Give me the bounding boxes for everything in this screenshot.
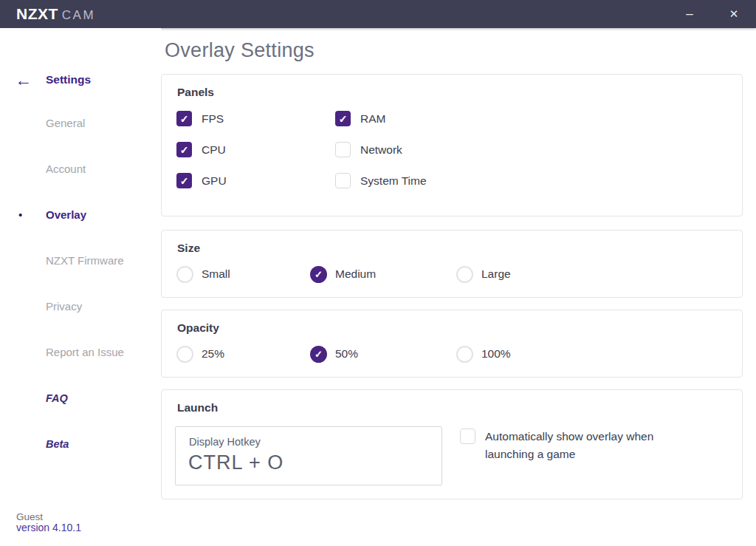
launch-heading: Launch [177,401,218,414]
active-bullet-icon: • [18,206,22,224]
minimize-icon: – [686,7,693,21]
radio-size-large[interactable]: ✓ Large [456,265,511,283]
sidebar-nav: • General • Account • Overlay • NZXT Fir… [0,115,161,481]
radio-opacity-100[interactable]: ✓ 100% [456,345,511,363]
sidebar-item-nzxt-firmware[interactable]: • NZXT Firmware [0,252,161,270]
radio-opacity-50[interactable]: ✓ 50% [310,345,358,363]
checkbox-ram[interactable]: ✓ RAM [335,111,494,126]
sidebar-item-label: Report an Issue [46,344,124,361]
radio-icon[interactable]: ✓ [310,266,327,283]
checkbox-label: CPU [202,143,226,157]
sidebar-item-label: Beta [46,435,69,453]
hotkey-field-value: CTRL + O [188,451,284,474]
logged-in-user: Guest [16,511,81,522]
app-version: version 4.10.1 [16,522,81,533]
checkbox-icon[interactable]: ✓ [335,173,351,188]
size-card: Size ✓ Small ✓ Medium ✓ Large [161,230,743,298]
app-logo: NZXT CAM [16,5,95,23]
radio-label: 50% [335,347,358,361]
window-controls: – ✕ [667,0,756,28]
sidebar-item-privacy[interactable]: • Privacy [0,298,161,315]
display-hotkey-field[interactable]: Display Hotkey CTRL + O [175,426,442,485]
sidebar-item-label: Overlay [46,206,86,224]
sidebar-footer: Guest version 4.10.1 [16,511,81,533]
radio-label: Small [202,267,230,281]
checkmark-icon: ✓ [339,114,348,124]
close-button[interactable]: ✕ [712,0,756,28]
radio-icon[interactable]: ✓ [310,346,327,363]
checkmark-icon: ✓ [180,176,189,186]
radio-icon[interactable]: ✓ [176,346,193,363]
radio-label: Large [481,267,511,281]
radio-label: 100% [481,347,511,361]
checkbox-icon[interactable]: ✓ [335,111,351,126]
checkbox-system-time[interactable]: ✓ System Time [335,173,494,188]
page-title: Overlay Settings [165,39,315,62]
sidebar-item-faq[interactable]: • FAQ [0,389,161,407]
opacity-card: Opacity ✓ 25% ✓ 50% ✓ 100% [161,310,743,378]
titlebar: NZXT CAM – ✕ [0,0,756,28]
sidebar-item-account[interactable]: • Account [0,160,161,178]
radio-label: Medium [335,267,376,281]
checkmark-icon: ✓ [180,114,189,124]
radio-icon[interactable]: ✓ [456,346,473,363]
sidebar-item-label: Account [46,160,86,178]
radio-size-medium[interactable]: ✓ Medium [310,265,376,283]
sidebar-item-label: General [46,115,85,132]
checkmark-icon: ✓ [315,349,323,359]
sidebar-item-report-an-issue[interactable]: • Report an Issue [0,344,161,361]
radio-opacity-25[interactable]: ✓ 25% [176,345,224,363]
opacity-radio-group: ✓ 25% ✓ 50% ✓ 100% [162,345,742,364]
opacity-heading: Opacity [177,321,219,335]
checkbox-label: GPU [202,174,227,188]
sidebar-item-beta[interactable]: • Beta [0,435,161,453]
checkbox-label: System Time [360,174,427,188]
checkbox-label: FPS [202,112,224,126]
sidebar-item-label: FAQ [46,389,68,407]
checkbox-icon[interactable]: ✓ [335,142,351,157]
logo-nzxt: NZXT [16,5,58,23]
checkbox-icon[interactable]: ✓ [176,111,192,126]
checkmark-icon: ✓ [315,270,323,279]
sidebar-item-overlay[interactable]: • Overlay [0,206,161,224]
settings-sidebar: ← Settings • General • Account • Overlay… [0,28,161,546]
sidebar-item-label: Privacy [46,298,82,315]
panels-checkbox-grid: ✓ FPS ✓ CPU ✓ GPU ✓ RAM ✓ Network ✓ Syst… [176,111,494,188]
checkbox-icon[interactable]: ✓ [176,173,192,188]
back-arrow-icon[interactable]: ← [15,70,32,89]
close-icon: ✕ [729,7,739,21]
panels-heading: Panels [177,86,214,99]
panels-card: Panels ✓ FPS ✓ CPU ✓ GPU ✓ RAM ✓ Network… [161,74,743,216]
minimize-button[interactable]: – [667,0,712,28]
auto-show-label: Automatically show overlay when launchin… [485,428,690,463]
settings-back-header[interactable]: ← Settings [0,70,161,89]
launch-card: Launch Display Hotkey CTRL + O ✓ Automat… [161,389,743,499]
hotkey-field-label: Display Hotkey [189,436,261,448]
logo-cam: CAM [62,8,95,23]
checkbox-icon[interactable]: ✓ [176,142,192,157]
checkmark-icon: ✓ [180,145,189,155]
checkbox-label: RAM [360,112,385,126]
sidebar-item-label: NZXT Firmware [46,252,124,270]
checkbox-network[interactable]: ✓ Network [335,142,494,157]
radio-label: 25% [202,347,224,361]
checkbox-label: Network [360,143,402,157]
auto-show-overlay-option[interactable]: ✓ Automatically show overlay when launch… [460,428,690,463]
size-radio-group: ✓ Small ✓ Medium ✓ Large [162,265,742,284]
radio-icon[interactable]: ✓ [456,266,473,283]
checkbox-fps[interactable]: ✓ FPS [176,111,335,126]
radio-size-small[interactable]: ✓ Small [176,265,230,283]
auto-show-checkbox[interactable]: ✓ [460,429,475,444]
checkbox-cpu[interactable]: ✓ CPU [176,142,335,157]
size-heading: Size [177,242,200,255]
radio-icon[interactable]: ✓ [176,266,193,283]
sidebar-item-general[interactable]: • General [0,115,161,132]
settings-header-label: Settings [46,70,91,89]
checkbox-gpu[interactable]: ✓ GPU [176,173,335,188]
